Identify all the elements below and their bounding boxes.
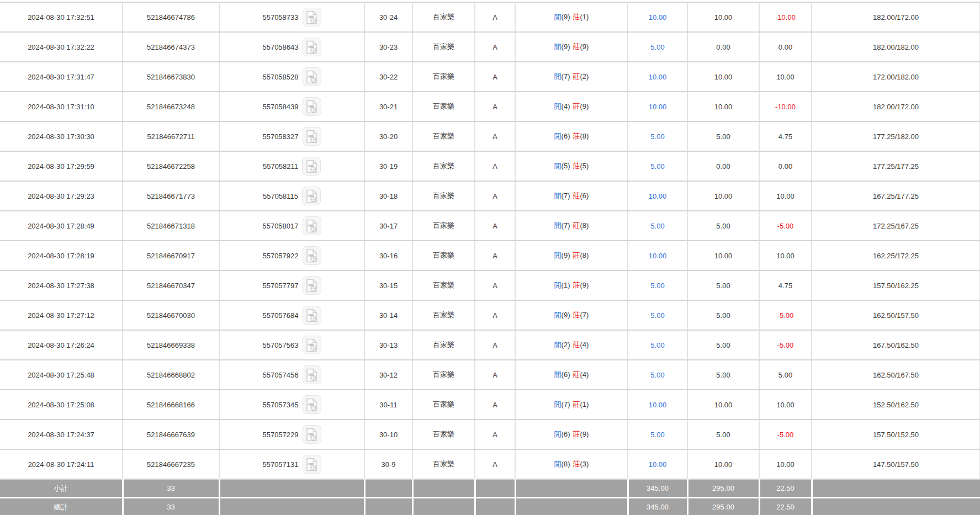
cell-balance: 147.50/157.50 xyxy=(812,449,980,479)
player-result-score: (9) xyxy=(561,251,570,259)
cell-valid-bet: 10.00 xyxy=(687,241,759,270)
table-row: 2024-08-30 17:29:59 521846672258 5570582… xyxy=(0,151,980,181)
cell-game-type: 百家樂 xyxy=(412,121,475,151)
video-replay-icon[interactable] xyxy=(302,187,321,205)
cell-game-result: 閒(6)莊(8) xyxy=(515,121,628,151)
video-replay-icon[interactable] xyxy=(303,425,321,444)
video-replay-icon[interactable] xyxy=(303,306,321,325)
game-round-id-text: 557058439 xyxy=(262,103,298,111)
cell-game-round-id: 557057797 xyxy=(219,270,364,300)
player-result-label: 閒 xyxy=(554,221,561,230)
game-id-with-replay: 557057345 xyxy=(220,395,364,414)
cell-game-type: 百家樂 xyxy=(412,151,475,181)
video-replay-icon[interactable] xyxy=(303,38,321,56)
cell-balance: 162.50/167.50 xyxy=(812,360,980,390)
cell-valid-bet: 5.00 xyxy=(687,121,759,151)
cell-valid-bet: 5.00 xyxy=(687,330,759,360)
banker-result-score: (4) xyxy=(580,370,589,379)
game-round-id-text: 557058327 xyxy=(262,132,298,141)
cell-bet-amount: 5.00 xyxy=(628,330,687,360)
video-replay-icon[interactable] xyxy=(303,8,321,26)
cell-win-loss: 4.75 xyxy=(759,121,812,151)
cell-win-loss: -10.00 xyxy=(759,2,812,32)
player-result-label: 閒 xyxy=(554,251,561,259)
player-result-score: (4) xyxy=(561,102,570,110)
cell-win-loss: 0.00 xyxy=(759,32,812,62)
game-id-with-replay: 557057229 xyxy=(220,425,364,444)
player-result-label: 閒 xyxy=(554,341,561,349)
cell-transaction-id: 521846668166 xyxy=(123,390,219,420)
game-round-id-text: 557057684 xyxy=(262,311,298,320)
cell-game-type: 百家樂 xyxy=(412,449,475,479)
table-row: 2024-08-30 17:28:19 521846670917 5570579… xyxy=(0,241,980,270)
video-replay-icon[interactable] xyxy=(303,127,321,146)
video-replay-icon[interactable] xyxy=(303,455,321,474)
cell-table-code: A xyxy=(475,360,515,390)
player-result-label: 閒 xyxy=(554,311,561,319)
cell-round-number: 30-9 xyxy=(364,449,412,479)
banker-result-label: 莊 xyxy=(573,102,580,110)
banker-result-label: 莊 xyxy=(573,370,580,379)
cell-transaction-id: 521846667639 xyxy=(123,420,219,449)
cell-table-code: A xyxy=(475,420,515,449)
video-replay-icon[interactable] xyxy=(303,67,321,86)
video-replay-icon[interactable] xyxy=(303,246,321,265)
table-row: 2024-08-30 17:32:51 521846674786 5570587… xyxy=(0,2,980,32)
cell-balance: 177.25/177.25 xyxy=(812,151,980,181)
video-replay-icon[interactable] xyxy=(303,97,321,116)
game-round-id-text: 557057563 xyxy=(262,341,298,349)
cell-bet-time: 2024-08-30 17:29:23 xyxy=(0,181,123,211)
banker-result-score: (4) xyxy=(580,341,589,349)
game-id-with-replay: 557057684 xyxy=(220,306,364,325)
cell-game-type: 百家樂 xyxy=(412,330,475,360)
summary-empty-cell xyxy=(475,498,515,515)
cell-game-result: 閒(1)莊(9) xyxy=(515,270,628,300)
video-replay-icon[interactable] xyxy=(303,395,321,414)
player-result-score: (6) xyxy=(561,430,570,438)
cell-round-number: 30-21 xyxy=(364,92,412,121)
video-replay-icon[interactable] xyxy=(302,157,321,176)
banker-result-label: 莊 xyxy=(573,341,580,349)
player-result-label: 閒 xyxy=(554,72,561,81)
cell-bet-amount: 10.00 xyxy=(628,181,687,211)
summary-empty-cell xyxy=(219,498,364,515)
game-round-id-text: 557058733 xyxy=(262,13,298,22)
cell-bet-amount: 10.00 xyxy=(628,390,687,420)
table-row: 2024-08-30 17:24:11 521846667235 5570571… xyxy=(0,449,980,479)
player-result-label: 閒 xyxy=(554,43,561,51)
video-replay-icon[interactable] xyxy=(303,276,321,295)
cell-transaction-id: 521846674786 xyxy=(123,2,219,32)
banker-result-label: 莊 xyxy=(573,43,580,51)
table-row: 2024-08-30 17:27:38 521846670347 5570577… xyxy=(0,270,980,300)
cell-balance: 172.25/167.25 xyxy=(812,211,980,241)
player-result-label: 閒 xyxy=(554,192,561,200)
cell-table-code: A xyxy=(475,390,515,420)
video-replay-icon[interactable] xyxy=(303,336,321,354)
banker-result-label: 莊 xyxy=(573,192,580,200)
banker-result-score: (8) xyxy=(580,132,589,140)
cell-game-round-id: 557058017 xyxy=(219,211,364,241)
subtotal-bet-amount: 345.00 xyxy=(628,479,687,498)
cell-valid-bet: 10.00 xyxy=(687,2,759,32)
cell-balance: 182.00/182.00 xyxy=(812,32,980,62)
video-replay-icon[interactable] xyxy=(303,216,321,235)
cell-table-code: A xyxy=(475,32,515,62)
video-replay-icon[interactable] xyxy=(303,365,321,384)
cell-win-loss: 5.00 xyxy=(759,360,812,390)
cell-game-round-id: 557058327 xyxy=(219,121,364,151)
cell-table-code: A xyxy=(475,270,515,300)
cell-bet-amount: 5.00 xyxy=(628,420,687,449)
cell-round-number: 30-19 xyxy=(364,151,412,181)
player-result-score: (7) xyxy=(561,221,570,230)
total-bet-amount: 345.00 xyxy=(628,498,687,515)
cell-balance: 152.50/162.50 xyxy=(812,390,980,420)
table-row: 2024-08-30 17:29:23 521846671773 5570581… xyxy=(0,181,980,211)
game-id-with-replay: 557058733 xyxy=(220,8,364,26)
cell-table-code: A xyxy=(475,241,515,270)
player-result-score: (7) xyxy=(561,400,570,408)
cell-round-number: 30-10 xyxy=(364,420,412,449)
cell-balance: 177.25/182.00 xyxy=(812,121,980,151)
cell-table-code: A xyxy=(475,330,515,360)
game-round-id-text: 557058643 xyxy=(262,43,298,51)
summary-empty-cell xyxy=(364,498,412,515)
